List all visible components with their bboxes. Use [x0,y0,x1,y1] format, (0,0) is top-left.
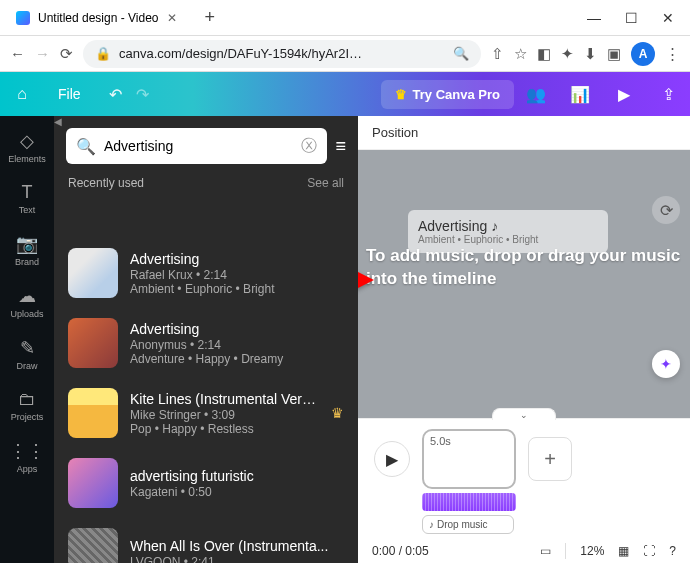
fullscreen-icon[interactable]: ⛶ [643,544,655,558]
close-window-icon[interactable]: ✕ [662,10,674,26]
track-thumbnail [68,248,118,298]
puzzle-icon[interactable]: ✦ [561,45,574,63]
brand-icon: 📷 [16,233,38,255]
magic-ai-button[interactable]: ✦ [652,350,680,378]
track-item[interactable]: Advertising Rafael Krux • 2:14 Ambient •… [54,238,358,308]
rail-uploads[interactable]: ☁Uploads [0,279,54,325]
url-text: canva.com/design/DAFuY-1594k/hyAr2I… [119,46,362,61]
back-icon[interactable]: ← [10,45,25,62]
add-page-button[interactable]: + [528,437,572,481]
lock-icon: 🔒 [95,46,111,61]
analytics-icon[interactable]: 📊 [558,85,602,104]
main-area: ◇Elements TText 📷Brand ☁Uploads ✎Draw 🗀P… [0,116,690,563]
track-meta: Anonymus • 2:14 [130,338,344,352]
shapes-icon: ◇ [20,130,34,152]
music-note-icon: ♪ [429,519,434,530]
new-tab-button[interactable]: + [205,7,216,28]
track-thumbnail [68,528,118,563]
frame-thumbnail[interactable]: 5.0s [422,429,516,489]
drop-music-chip[interactable]: ♪Drop music [422,515,514,534]
track-item[interactable]: Advertising Anonymus • 2:14 Adventure • … [54,308,358,378]
search-input[interactable]: 🔍 ⓧ [66,128,327,164]
rail-text[interactable]: TText [0,176,54,221]
track-meta: LVGOON • 2:41 [130,555,344,564]
download-icon[interactable]: ⬇ [584,45,597,63]
address-bar[interactable]: 🔒 canva.com/design/DAFuY-1594k/hyAr2I… 🔍 [83,40,481,68]
undo-icon[interactable]: ↶ [109,85,122,104]
music-note-icon: ♪ [491,218,498,234]
timeline-expand-icon[interactable]: ⌄ [492,408,556,420]
panel-icon[interactable]: ▣ [607,45,621,63]
redo-icon[interactable]: ↷ [136,85,149,104]
track-tags: Ambient • Euphoric • Bright [130,282,344,296]
time-display: 0:00 / 0:05 [372,544,429,558]
canvas-stage: Position ⟳ Advertising ♪ Ambient • Eupho… [358,116,690,563]
panel-collapse-icon[interactable]: ◀ [54,116,62,127]
bookmark-icon[interactable]: ☆ [514,45,527,63]
rail-projects[interactable]: 🗀Projects [0,383,54,428]
minimize-icon[interactable]: — [587,10,601,26]
play-preview-icon[interactable]: ▶ [602,85,646,104]
zoom-level[interactable]: 12% [580,544,604,558]
annotation-arrow-icon [358,250,374,310]
zoom-lens-icon[interactable]: 🔍 [453,46,469,61]
clear-search-icon[interactable]: ⓧ [301,136,317,157]
track-tags: Pop • Happy • Restless [130,422,319,436]
share-export-icon[interactable]: ⇪ [646,85,690,104]
kebab-menu-icon[interactable]: ⋮ [665,45,680,63]
filter-button[interactable]: ≡ [335,128,346,164]
browser-tab[interactable]: Untitled design - Video ✕ [4,5,189,31]
canva-favicon-icon [16,11,30,25]
track-thumbnail [68,458,118,508]
apps-grid-icon: ⋮⋮ [9,440,45,462]
track-title: Kite Lines (Instrumental Versi... [130,391,319,407]
section-heading: Recently used [68,176,144,190]
browser-toolbar: ← → ⟳ 🔒 canva.com/design/DAFuY-1594k/hyA… [0,36,690,72]
grid-view-icon[interactable]: ▦ [618,544,629,558]
premium-crown-icon: ♛ [331,405,344,421]
file-menu[interactable]: File [44,86,95,102]
track-item[interactable]: When All Is Over (Instrumenta... LVGOON … [54,518,358,563]
play-button[interactable]: ▶ [374,441,410,477]
search-field[interactable] [104,138,293,154]
pencil-icon: ✎ [20,337,35,359]
rail-draw[interactable]: ✎Draw [0,331,54,377]
try-pro-button[interactable]: ♛ Try Canva Pro [381,80,514,109]
rail-elements[interactable]: ◇Elements [0,124,54,170]
home-button[interactable]: ⌂ [0,72,44,116]
track-list: Advertising Rafael Krux • 2:14 Ambient •… [54,198,358,563]
track-item[interactable]: Kite Lines (Instrumental Versi... Mike S… [54,378,358,448]
rail-brand[interactable]: 📷Brand [0,227,54,273]
text-icon: T [22,182,33,203]
tab-title: Untitled design - Video [38,11,159,25]
slide-canvas[interactable]: ⟳ Advertising ♪ Ambient • Euphoric • Bri… [358,150,690,418]
crown-icon: ♛ [395,87,407,102]
track-tags: Adventure • Happy • Dreamy [130,352,344,366]
close-icon[interactable]: ✕ [167,11,177,25]
track-title: advertising futuristic [130,468,344,484]
position-toolbar[interactable]: Position [358,116,690,150]
track-thumbnail [68,388,118,438]
timeline-statusbar: 0:00 / 0:05 ▭ 12% ▦ ⛶ ? [358,543,690,559]
present-people-icon[interactable]: 👥 [514,85,558,104]
drop-instruction: To add music, drop or drag your music in… [358,245,690,291]
browser-tabstrip: Untitled design - Video ✕ + — ☐ ✕ [0,0,690,36]
timeline-panel: ⌄ ▶ 5.0s + ♪Drop music 0:00 / 0:05 ▭ 12%… [358,418,690,563]
window-controls: — ☐ ✕ [587,10,690,26]
canva-topbar: ⌂ File ↶ ↷ ♛ Try Canva Pro 👥 📊 ▶ ⇪ [0,72,690,116]
refresh-icon[interactable]: ⟳ [652,196,680,224]
audio-panel: ◀ 🔍 ⓧ ≡ Recently used See all Advertisin… [54,116,358,563]
share-icon[interactable]: ⇧ [491,45,504,63]
maximize-icon[interactable]: ☐ [625,10,638,26]
extension-icon[interactable]: ◧ [537,45,551,63]
notes-icon[interactable]: ▭ [540,544,551,558]
audio-clip[interactable] [422,493,516,511]
track-title: Advertising [130,251,344,267]
track-item[interactable]: advertising futuristic Kagateni • 0:50 [54,448,358,518]
profile-avatar[interactable]: A [631,42,655,66]
help-icon[interactable]: ? [669,544,676,558]
reload-icon[interactable]: ⟳ [60,45,73,63]
see-all-link[interactable]: See all [307,176,344,190]
track-thumbnail [68,318,118,368]
rail-apps[interactable]: ⋮⋮Apps [0,434,54,480]
